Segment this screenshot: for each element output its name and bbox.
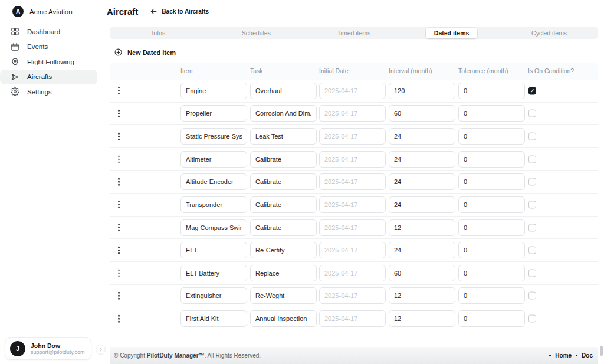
on-condition-checkbox[interactable] — [528, 315, 536, 323]
item-input[interactable] — [180, 287, 247, 304]
sidebar-item-aircrafts[interactable]: Aircrafts — [0, 70, 97, 85]
on-condition-checkbox[interactable] — [528, 155, 536, 163]
tolerance-input[interactable] — [458, 173, 525, 190]
interval-input[interactable] — [389, 242, 455, 258]
sidebar-item-events[interactable]: Events — [0, 40, 97, 55]
item-input[interactable] — [180, 219, 247, 236]
initial-date-input[interactable] — [319, 151, 386, 168]
interval-input[interactable] — [389, 196, 455, 213]
item-input[interactable] — [180, 151, 247, 168]
sidebar-collapse-button[interactable] — [96, 345, 106, 355]
initial-date-input[interactable] — [319, 287, 386, 304]
user-card[interactable]: J John Dow support@pilotduty.com — [5, 337, 91, 360]
row-menu-icon[interactable] — [116, 222, 122, 233]
interval-input[interactable] — [389, 173, 455, 190]
tab-cycled-items[interactable]: Cycled items — [500, 27, 598, 39]
initial-date-input[interactable] — [319, 128, 386, 145]
tolerance-input[interactable] — [458, 265, 525, 281]
task-input[interactable] — [250, 105, 317, 122]
initial-date-input[interactable] — [319, 310, 386, 327]
tab-timed-items[interactable]: Timed items — [305, 27, 403, 39]
on-condition-checkbox[interactable] — [528, 247, 536, 254]
interval-input[interactable] — [389, 219, 455, 236]
task-input[interactable] — [250, 173, 317, 190]
initial-date-input[interactable] — [319, 265, 386, 281]
row-menu-icon[interactable] — [116, 153, 122, 165]
tab-infos[interactable]: Infos — [110, 27, 208, 39]
initial-date-input[interactable] — [319, 173, 386, 190]
item-input[interactable] — [180, 128, 247, 145]
back-to-aircrafts-link[interactable]: Back to Aircrafts — [150, 8, 209, 15]
initial-date-input[interactable] — [319, 196, 386, 213]
on-condition-checkbox[interactable] — [528, 224, 536, 231]
on-condition-checkbox[interactable] — [528, 178, 536, 186]
tolerance-input[interactable] — [458, 287, 525, 304]
tolerance-input[interactable] — [458, 196, 525, 213]
on-condition-checkbox[interactable] — [528, 87, 536, 94]
tab-schedules[interactable]: Schedules — [208, 27, 306, 39]
sidebar: A Acme Aviation Dashboard Events Flight … — [0, 0, 100, 364]
interval-input[interactable] — [389, 105, 455, 122]
item-input[interactable] — [180, 310, 247, 327]
sidebar-item-settings[interactable]: Settings — [0, 84, 97, 100]
interval-input[interactable] — [389, 151, 455, 168]
tolerance-input[interactable] — [458, 219, 525, 236]
vertical-scrollbar-thumb[interactable] — [600, 346, 603, 356]
task-input[interactable] — [250, 196, 317, 213]
tolerance-input[interactable] — [458, 151, 525, 168]
on-condition-checkbox[interactable] — [528, 133, 536, 140]
chevron-right-icon — [98, 347, 103, 352]
sidebar-item-flight-following[interactable]: Flight Following — [0, 54, 97, 70]
initial-date-input[interactable] — [319, 242, 386, 258]
initial-date-input[interactable] — [319, 83, 386, 99]
back-link-label: Back to Aircrafts — [162, 8, 209, 15]
on-condition-checkbox[interactable] — [528, 292, 536, 300]
footer-link-doc[interactable]: Doc — [582, 352, 593, 359]
initial-date-input[interactable] — [319, 219, 386, 236]
interval-input[interactable] — [389, 287, 455, 304]
interval-input[interactable] — [389, 310, 455, 327]
row-menu-icon[interactable] — [116, 290, 122, 301]
row-menu-icon[interactable] — [116, 108, 122, 119]
row-menu-icon[interactable] — [116, 86, 122, 97]
interval-input[interactable] — [389, 128, 455, 145]
footer-link-home[interactable]: Home — [555, 352, 572, 359]
task-input[interactable] — [250, 151, 317, 168]
item-input[interactable] — [180, 83, 247, 99]
row-menu-icon[interactable] — [116, 131, 122, 142]
task-input[interactable] — [250, 287, 317, 304]
tolerance-input[interactable] — [458, 242, 525, 258]
task-input[interactable] — [250, 265, 317, 281]
task-input[interactable] — [250, 242, 317, 258]
tab-label: Schedules — [234, 28, 279, 38]
interval-input[interactable] — [389, 83, 455, 99]
item-input[interactable] — [180, 242, 247, 258]
on-condition-checkbox[interactable] — [528, 110, 536, 117]
tab-dated-items[interactable]: Dated items — [403, 27, 501, 39]
tolerance-input[interactable] — [458, 83, 525, 99]
task-input[interactable] — [250, 128, 317, 145]
task-input[interactable] — [250, 310, 317, 327]
column-header-on-condition: Is On Condition? — [528, 63, 574, 80]
item-input[interactable] — [180, 265, 247, 281]
item-input[interactable] — [180, 173, 247, 190]
item-input[interactable] — [180, 105, 247, 122]
item-input[interactable] — [180, 196, 247, 213]
tolerance-input[interactable] — [458, 105, 525, 122]
tolerance-input[interactable] — [458, 128, 525, 145]
initial-date-input[interactable] — [319, 105, 386, 122]
row-menu-icon[interactable] — [116, 268, 122, 279]
sidebar-item-dashboard[interactable]: Dashboard — [0, 24, 97, 40]
task-input[interactable] — [250, 83, 317, 99]
row-menu-icon[interactable] — [116, 199, 122, 211]
row-menu-icon[interactable] — [116, 245, 122, 256]
row-menu-icon[interactable] — [116, 313, 122, 324]
task-input[interactable] — [250, 219, 317, 236]
interval-input[interactable] — [389, 265, 455, 281]
on-condition-checkbox[interactable] — [528, 201, 536, 208]
row-menu-icon[interactable] — [116, 176, 122, 188]
tab-label: Cycled items — [523, 28, 575, 38]
tolerance-input[interactable] — [458, 310, 525, 327]
on-condition-checkbox[interactable] — [528, 269, 536, 277]
new-dated-item-button[interactable]: New Dated Item — [114, 48, 176, 56]
